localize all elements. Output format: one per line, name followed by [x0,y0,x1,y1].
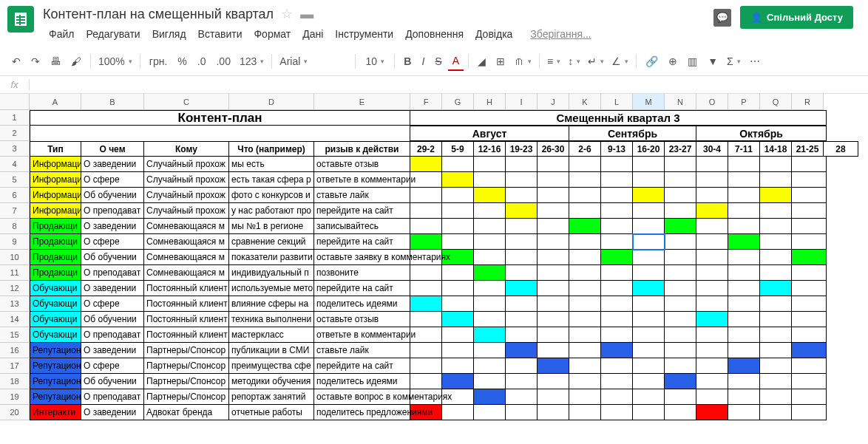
schedule-cell[interactable] [760,203,792,219]
schedule-cell[interactable] [728,327,760,343]
schedule-cell[interactable] [569,281,601,296]
schedule-cell[interactable] [792,234,827,250]
schedule-cell[interactable] [442,188,474,203]
schedule-cell[interactable] [792,281,827,296]
schedule-cell[interactable] [474,203,506,219]
cell-what[interactable]: отчетные работы [229,405,314,420]
schedule-cell[interactable] [506,358,538,374]
cell-type[interactable]: Обучающи [30,312,81,327]
schedule-cell[interactable] [569,157,601,172]
schedule-cell[interactable] [569,343,601,358]
dec-decrease-button[interactable]: .0 [193,52,211,70]
cell-who[interactable]: Постоянный клиент [144,296,229,312]
col-header-3[interactable]: Что (например) [229,141,314,157]
menu-data[interactable]: Дані [296,25,329,43]
schedule-cell[interactable] [633,327,665,343]
row-header[interactable]: 18 [0,374,30,389]
col-header-7[interactable]: 12-16 [474,141,506,157]
schedule-cell[interactable] [728,265,760,281]
schedule-cell[interactable] [474,389,506,405]
schedule-cell[interactable] [474,265,506,281]
schedule-cell[interactable] [696,389,728,405]
schedule-cell[interactable] [442,234,474,250]
cell-about[interactable]: Об обучении [81,250,144,265]
schedule-cell[interactable] [538,343,569,358]
schedule-cell[interactable] [728,296,760,312]
col-header-E[interactable]: E [314,94,410,110]
schedule-cell[interactable] [760,358,792,374]
schedule-cell[interactable] [633,343,665,358]
valign-button[interactable]: ↕ [565,54,583,69]
schedule-cell[interactable] [474,374,506,389]
col-header-H[interactable]: H [474,94,506,110]
schedule-cell[interactable] [506,188,538,203]
cell-cta[interactable]: оставьте отзыв [314,312,410,327]
schedule-cell[interactable] [601,374,633,389]
wrap-button[interactable]: ↵ [585,54,607,69]
schedule-cell[interactable] [410,234,442,250]
schedule-cell[interactable] [728,250,760,265]
month-header[interactable]: Сентябрь [569,126,696,141]
schedule-cell[interactable] [696,250,728,265]
schedule-cell[interactable] [410,358,442,374]
cell-about[interactable]: О сфере [81,358,144,374]
cell-type[interactable]: Информаци [30,188,81,203]
schedule-cell[interactable] [506,312,538,327]
schedule-cell[interactable] [760,188,792,203]
schedule-cell[interactable] [633,296,665,312]
schedule-cell[interactable] [442,312,474,327]
cell-type[interactable]: Обучающи [30,296,81,312]
schedule-cell[interactable] [538,374,569,389]
menu-addons[interactable]: Доповнення [399,25,469,43]
schedule-cell[interactable] [442,172,474,188]
schedule-cell[interactable] [474,312,506,327]
schedule-cell[interactable] [538,281,569,296]
col-header-13[interactable]: 23-27 [665,141,696,157]
schedule-cell[interactable] [569,405,601,420]
schedule-cell[interactable] [474,157,506,172]
schedule-cell[interactable] [760,327,792,343]
schedule-cell[interactable] [569,219,601,234]
schedule-cell[interactable] [633,358,665,374]
schedule-cell[interactable] [442,157,474,172]
cell-about[interactable]: Об обучении [81,312,144,327]
schedule-cell[interactable] [601,281,633,296]
schedule-cell[interactable] [633,250,665,265]
col-header-D[interactable]: D [229,94,314,110]
schedule-cell[interactable] [410,265,442,281]
row-header[interactable]: 17 [0,358,30,374]
schedule-cell[interactable] [696,312,728,327]
schedule-cell[interactable] [633,281,665,296]
cell-who[interactable]: Случайный прохож [144,157,229,172]
schedule-cell[interactable] [760,312,792,327]
schedule-cell[interactable] [442,265,474,281]
schedule-cell[interactable] [792,358,827,374]
schedule-cell[interactable] [506,157,538,172]
col-header-P[interactable]: P [728,94,760,110]
schedule-cell[interactable] [410,296,442,312]
schedule-cell[interactable] [728,389,760,405]
cell-type[interactable]: Информаци [30,172,81,188]
row-header[interactable]: 9 [0,234,30,250]
cell-type[interactable]: Обучающи [30,281,81,296]
schedule-cell[interactable] [728,219,760,234]
schedule-cell[interactable] [474,358,506,374]
schedule-cell[interactable] [601,157,633,172]
schedule-cell[interactable] [760,219,792,234]
cell-who[interactable]: Партнеры/Спонсор [144,389,229,405]
cell-what[interactable]: есть такая сфера р [229,172,314,188]
cell-type[interactable]: Обучающи [30,327,81,343]
row-header[interactable]: 5 [0,172,30,188]
cell-about[interactable]: О преподават [81,203,144,219]
comments-icon[interactable]: 💬 [713,9,731,27]
schedule-cell[interactable] [728,405,760,420]
schedule-cell[interactable] [569,265,601,281]
schedule-cell[interactable] [696,219,728,234]
schedule-cell[interactable] [792,405,827,420]
row-header[interactable]: 1 [0,110,30,126]
schedule-cell[interactable] [633,172,665,188]
schedule-cell[interactable] [410,203,442,219]
row-header[interactable]: 20 [0,405,30,420]
schedule-cell[interactable] [696,265,728,281]
title-quarter[interactable]: Смещенный квартал 3 [410,110,827,126]
